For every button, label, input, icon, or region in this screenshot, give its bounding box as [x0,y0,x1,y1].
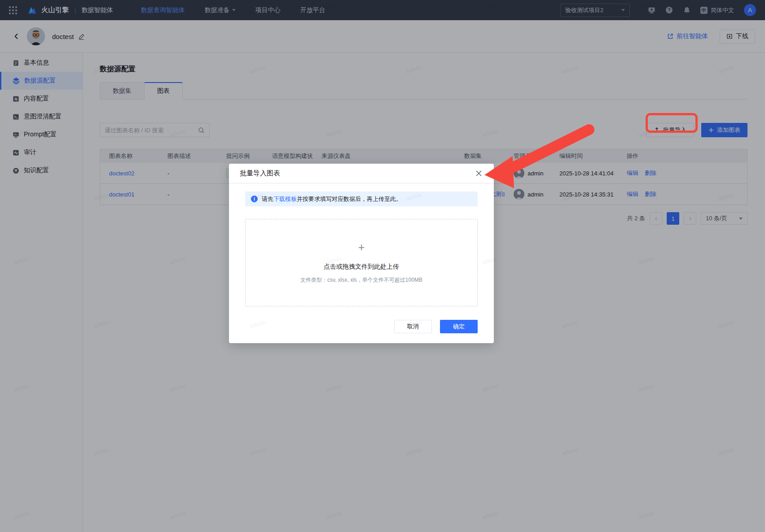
modal-header: 批量导入图表 [229,164,494,183]
close-icon[interactable] [474,169,483,178]
modal-title: 批量导入图表 [240,169,280,178]
batch-import-modal: 批量导入图表 i 请先下载模板并按要求填写对应数据后，再上传至此。 + 点击或拖… [229,164,494,343]
cancel-button[interactable]: 取消 [394,320,432,333]
plus-icon: + [358,241,365,253]
notice-text: 请先下载模板并按要求填写对应数据后，再上传至此。 [262,195,402,203]
upload-text: 点击或拖拽文件到此处上传 [324,263,399,271]
upload-hint: 文件类型：csv, xlsx, xls，单个文件不可超过100MB [300,276,422,284]
info-icon: i [251,196,258,202]
modal-footer: 取消 确定 [229,320,494,343]
page: 火山引擎 | 数据智能体 数据查询智能体 数据准备 项目中心 开放平台 验收测试… [0,0,765,532]
download-template-link[interactable]: 下载模板 [273,196,297,202]
template-notice-banner: i 请先下载模板并按要求填写对应数据后，再上传至此。 [245,192,478,206]
confirm-button[interactable]: 确定 [440,320,478,333]
upload-dropzone[interactable]: + 点击或拖拽文件到此处上传 文件类型：csv, xlsx, xls，单个文件不… [245,219,478,306]
